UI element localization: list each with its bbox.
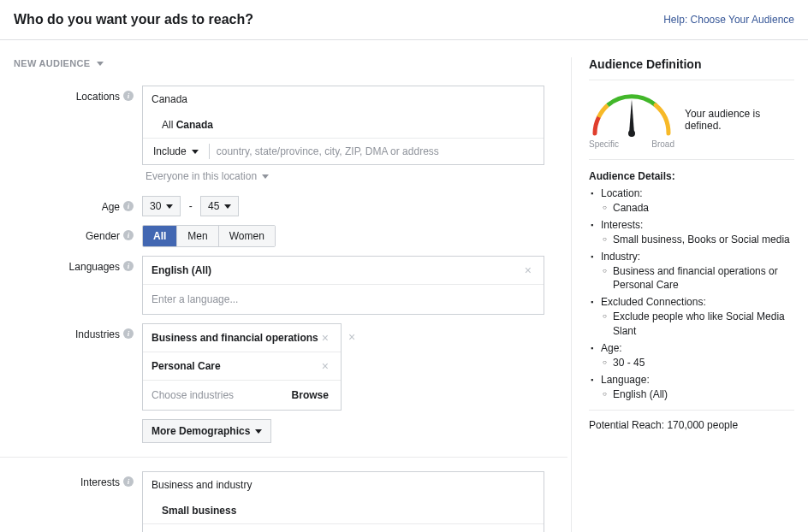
svg-marker-0	[629, 99, 634, 133]
language-token[interactable]: English (All) ×	[143, 257, 544, 284]
detail-item: Location:Canada	[589, 187, 794, 216]
industries-input[interactable]	[152, 387, 288, 403]
new-audience-dropdown[interactable]: NEW AUDIENCE	[14, 58, 104, 68]
close-icon[interactable]: ×	[318, 331, 332, 345]
audience-gauge: Specific Broad	[589, 91, 674, 149]
detail-subitem: 30 - 45	[601, 356, 794, 370]
interest-token[interactable]: Small business	[143, 498, 544, 523]
browse-button[interactable]: Browse	[288, 389, 332, 401]
language-input[interactable]	[152, 292, 535, 307]
gauge-specific-label: Specific	[589, 139, 619, 149]
location-country: Canada	[152, 93, 535, 105]
detail-item: Age:30 - 45	[589, 342, 794, 370]
page-title: Who do you want your ads to reach?	[14, 12, 253, 27]
location-all-item[interactable]: All Canada	[143, 112, 544, 138]
detail-item: Interests:Small business, Books or Socia…	[589, 219, 794, 247]
industries-box: Business and financial operations × Pers…	[142, 323, 342, 411]
gender-all[interactable]: All	[143, 226, 177, 246]
interest-group: Business and industry	[152, 479, 535, 491]
languages-box: English (All) ×	[142, 256, 544, 315]
gender-label: Gender i	[14, 225, 142, 247]
detail-subitem: Exclude people who like Social Media Sla…	[601, 310, 794, 339]
close-icon[interactable]: ×	[318, 359, 332, 373]
page-header: Who do you want your ads to reach? Help:…	[0, 0, 808, 40]
detail-subitem: English (All)	[601, 387, 794, 402]
everyone-dropdown[interactable]: Everyone in this location	[142, 165, 272, 187]
remove-section-icon[interactable]: ×	[348, 323, 355, 344]
locations-box: Canada All Canada Include	[142, 86, 544, 165]
age-min-select[interactable]: 30	[142, 196, 181, 216]
detail-subitem: Small business, Books or Social media	[601, 233, 794, 247]
detail-item: Language:English (All)	[589, 374, 794, 402]
close-icon[interactable]: ×	[521, 263, 535, 277]
gauge-broad-label: Broad	[651, 139, 674, 149]
info-icon[interactable]: i	[123, 476, 134, 487]
audience-definition-panel: Audience Definition Specific Broad Your …	[572, 57, 794, 532]
audience-status-text: Your audience is defined.	[685, 108, 794, 132]
potential-reach: Potential Reach: 170,000 people	[589, 410, 794, 431]
chevron-down-icon	[224, 204, 231, 209]
location-input[interactable]	[217, 144, 537, 159]
gender-toggle: All Men Women	[142, 225, 276, 247]
help-link[interactable]: Help: Choose Your Audience	[663, 14, 794, 26]
age-max-select[interactable]: 45	[200, 196, 239, 216]
gender-men[interactable]: Men	[177, 226, 218, 246]
include-dropdown[interactable]: Include	[150, 144, 202, 159]
info-icon[interactable]: i	[123, 328, 134, 339]
svg-point-1	[628, 130, 635, 137]
interests-label: Interests i	[14, 471, 142, 532]
info-icon[interactable]: i	[123, 261, 134, 271]
detail-subitem: Canada	[601, 201, 794, 216]
industries-label: Industries i	[14, 323, 142, 411]
chevron-down-icon	[262, 174, 269, 179]
chevron-down-icon	[192, 150, 199, 154]
industry-token[interactable]: Business and financial operations ×	[143, 324, 341, 352]
divider	[0, 457, 567, 458]
audience-details: Audience Details: Location:CanadaInteres…	[589, 170, 794, 401]
detail-item: Excluded Connections:Exclude people who …	[589, 296, 794, 339]
chevron-down-icon	[166, 204, 173, 209]
info-icon[interactable]: i	[123, 230, 134, 240]
age-label: Age i	[14, 196, 142, 216]
detail-item: Industry:Business and financial operatio…	[589, 251, 794, 293]
more-demographics-button[interactable]: More Demographics	[142, 419, 271, 443]
detail-subitem: Business and financial operations or Per…	[601, 264, 794, 293]
interests-box: Business and industry Small business Bus…	[142, 471, 544, 532]
info-icon[interactable]: i	[123, 201, 134, 211]
info-icon[interactable]: i	[123, 91, 134, 101]
languages-label: Languages i	[14, 256, 142, 315]
locations-label: Locations i	[14, 86, 142, 187]
gender-women[interactable]: Women	[219, 226, 275, 246]
definition-title: Audience Definition	[589, 57, 794, 71]
chevron-down-icon	[97, 62, 104, 66]
chevron-down-icon	[255, 429, 262, 434]
industry-token[interactable]: Personal Care ×	[143, 352, 341, 380]
